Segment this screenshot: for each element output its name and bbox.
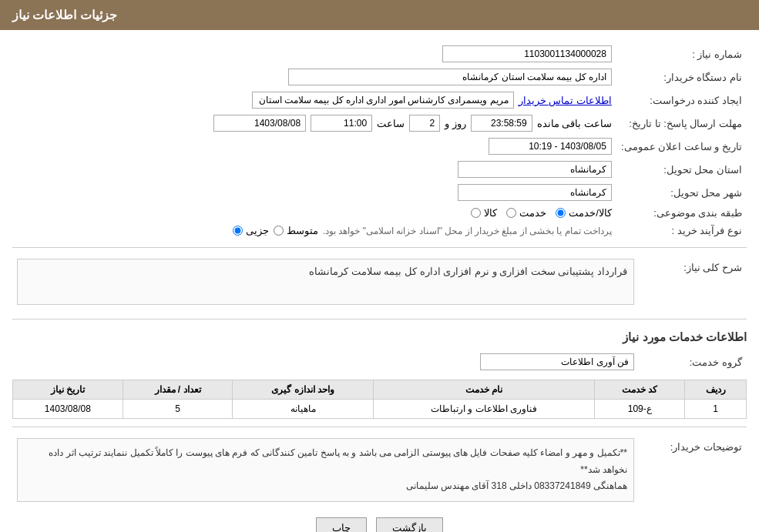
description-label: شرح کلی نیاز:: [639, 256, 747, 311]
category-kala-khadamat-radio[interactable]: [556, 208, 566, 218]
page-wrapper: جزئیات اطلاعات نیاز شماره نیاز : نام دست…: [0, 0, 759, 532]
announce-label: تاریخ و ساعت اعلان عمومی:: [616, 135, 747, 158]
buyer-name-cell: [12, 65, 616, 89]
description-text: قرارداد پشتیبانی سخت افزاری و نرم افزاری…: [309, 266, 627, 277]
col-code: کد خدمت: [595, 380, 685, 400]
announce-input[interactable]: [489, 138, 612, 155]
buyer-desc-box: **تکمیل و مهر و امضاء کلیه صفحات فایل ها…: [17, 438, 634, 502]
buyer-name-row: نام دستگاه خریدار:: [12, 65, 747, 89]
buyer-name-label: نام دستگاه خریدار:: [616, 65, 747, 89]
main-content: شماره نیاز : نام دستگاه خریدار: ایجاد کن…: [0, 30, 759, 532]
days-input[interactable]: [409, 115, 440, 132]
remain-time-label: ساعت باقی مانده: [537, 118, 612, 129]
process-mottaset-label: متوسط: [287, 225, 318, 236]
category-label: طبقه بندی موضوعی:: [616, 204, 747, 222]
province-cell: [12, 158, 616, 181]
buyer-desc-label: توضیحات خریدار:: [639, 435, 747, 505]
request-number-input[interactable]: [442, 45, 612, 62]
col-row: ردیف: [685, 380, 747, 400]
creator-cell: اطلاعات تماس خریدار: [12, 89, 616, 112]
creator-label: ایجاد کننده درخواست:: [616, 89, 747, 112]
city-input[interactable]: [458, 184, 612, 201]
services-table: ردیف کد خدمت نام خدمت واحد اندازه گیری ت…: [12, 380, 747, 419]
category-kala-radio[interactable]: [471, 208, 481, 218]
divider-3: [12, 427, 747, 427]
buyer-desc-row: توضیحات خریدار: **تکمیل و مهر و امضاء کل…: [12, 435, 747, 505]
print-button[interactable]: چاپ: [316, 517, 367, 532]
category-kala-khadamat-item: کالا/خدمت: [556, 207, 612, 219]
page-header: جزئیات اطلاعات نیاز: [0, 0, 759, 30]
category-khadamat-item: خدمت: [506, 207, 546, 219]
back-button[interactable]: بازگشت: [376, 517, 443, 532]
process-mottaset-radio[interactable]: [274, 226, 284, 236]
announce-row: تاریخ و ساعت اعلان عمومی:: [12, 135, 747, 158]
time-input[interactable]: [311, 115, 372, 132]
category-kala-item: کالا: [471, 207, 497, 219]
col-unit: واحد اندازه گیری: [233, 380, 374, 400]
creator-input[interactable]: [252, 92, 514, 109]
divider-1: [12, 247, 747, 248]
description-cell: قرارداد پشتیبانی سخت افزاری و نرم افزاری…: [12, 256, 639, 311]
announce-cell: [12, 135, 616, 158]
process-jozi-radio[interactable]: [233, 226, 243, 236]
request-number-cell: [12, 42, 616, 65]
deadline-row: مهلت ارسال پاسخ: تا تاریخ: ساعت باقی مان…: [12, 112, 747, 135]
table-header-row: ردیف کد خدمت نام خدمت واحد اندازه گیری ت…: [13, 380, 747, 400]
category-cell: کالا/خدمت خدمت کالا: [12, 204, 616, 222]
divider-2: [12, 319, 747, 320]
buyer-name-input[interactable]: [288, 69, 612, 85]
process-label: نوع فرآیند خرید :: [616, 222, 747, 239]
days-label: روز و: [445, 118, 466, 129]
deadline-label: مهلت ارسال پاسخ: تا تاریخ:: [616, 112, 747, 135]
description-box: قرارداد پشتیبانی سخت افزاری و نرم افزاری…: [17, 259, 634, 305]
description-row: شرح کلی نیاز: قرارداد پشتیبانی سخت افزار…: [12, 256, 747, 311]
request-number-label: شماره نیاز :: [616, 42, 747, 65]
process-mottaset-item: متوسط: [274, 225, 318, 236]
service-group-label: گروه خدمت:: [639, 350, 747, 373]
service-group-input[interactable]: [480, 353, 634, 370]
city-row: شهر محل تحویل:: [12, 181, 747, 204]
category-kala-khadamat-label: کالا/خدمت: [569, 207, 612, 219]
time-label: ساعت: [377, 118, 405, 129]
buyer-desc-cell: **تکمیل و مهر و امضاء کلیه صفحات فایل ها…: [12, 435, 639, 505]
col-name: نام خدمت: [374, 380, 595, 400]
remain-time-input[interactable]: [471, 115, 532, 132]
page-title: جزئیات اطلاعات نیاز: [12, 8, 117, 22]
deadline-cell: ساعت باقی مانده روز و ساعت: [12, 112, 616, 135]
buyer-desc-text: **تکمیل و مهر و امضاء کلیه صفحات فایل ها…: [49, 447, 627, 491]
category-kala-label: کالا: [484, 207, 497, 219]
service-group-table: گروه خدمت:: [12, 350, 747, 373]
category-row: طبقه بندی موضوعی: کالا/خدمت خدمت: [12, 204, 747, 222]
service-group-cell: [12, 350, 639, 373]
province-row: استان محل تحویل:: [12, 158, 747, 181]
date-input[interactable]: [213, 115, 306, 132]
table-row: 1ع-109فناوری اطلاعات و ارتباطاتماهیانه51…: [13, 400, 747, 419]
col-date: تاریخ نیاز: [13, 380, 123, 400]
button-row: بازگشت چاپ: [12, 517, 747, 532]
city-cell: [12, 181, 616, 204]
process-jozi-item: جزیی: [233, 225, 269, 236]
city-label: شهر محل تحویل:: [616, 181, 747, 204]
services-section-title: اطلاعات خدمات مورد نیاز: [12, 330, 747, 344]
province-label: استان محل تحویل:: [616, 158, 747, 181]
process-note: پرداخت تمام یا بخشی از مبلغ خریدار از مح…: [323, 226, 612, 236]
description-table: شرح کلی نیاز: قرارداد پشتیبانی سخت افزار…: [12, 256, 747, 311]
province-input[interactable]: [458, 161, 612, 178]
service-group-row: گروه خدمت:: [12, 350, 747, 373]
process-row: نوع فرآیند خرید : پرداخت تمام یا بخشی از…: [12, 222, 747, 239]
process-cell: پرداخت تمام یا بخشی از مبلغ خریدار از مح…: [12, 222, 616, 239]
process-jozi-label: جزیی: [246, 225, 269, 236]
contact-info-link[interactable]: اطلاعات تماس خریدار: [519, 95, 612, 106]
category-khadamat-label: خدمت: [519, 207, 546, 219]
main-form-table: شماره نیاز : نام دستگاه خریدار: ایجاد کن…: [12, 42, 747, 239]
buyer-desc-table: توضیحات خریدار: **تکمیل و مهر و امضاء کل…: [12, 435, 747, 505]
category-khadamat-radio[interactable]: [506, 208, 516, 218]
creator-row: ایجاد کننده درخواست: اطلاعات تماس خریدار: [12, 89, 747, 112]
col-count: تعداد / مقدار: [123, 380, 233, 400]
request-number-row: شماره نیاز :: [12, 42, 747, 65]
